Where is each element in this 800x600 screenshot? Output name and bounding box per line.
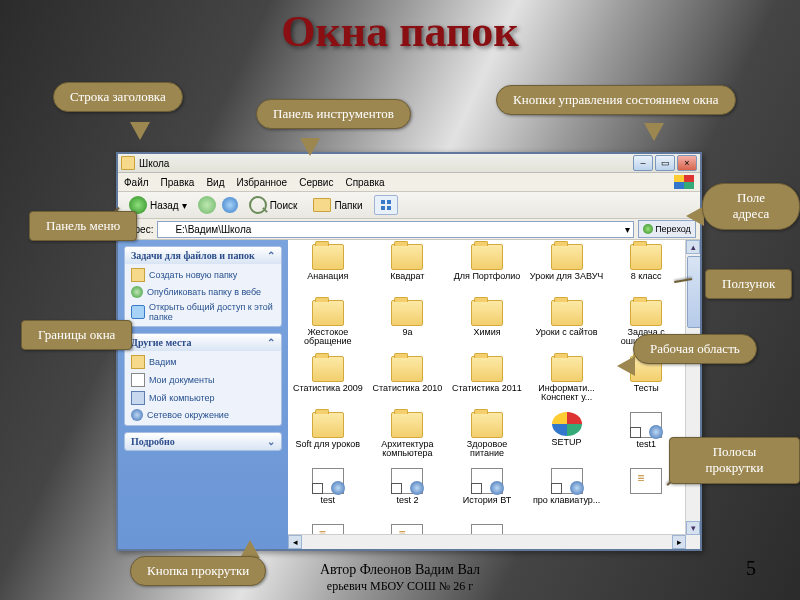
menu-favorites[interactable]: Избранное xyxy=(236,177,287,188)
address-value: E:\Вадим\Школа xyxy=(175,224,251,235)
file-item[interactable]: Ананация xyxy=(290,244,366,281)
net-icon xyxy=(131,409,143,421)
windows-flag-icon xyxy=(674,175,694,189)
folder-icon xyxy=(551,244,583,270)
folder-icon xyxy=(630,244,662,270)
file-item[interactable]: 9а xyxy=(369,300,445,337)
label-addr-field: Поле адреса xyxy=(702,183,800,230)
file-item[interactable]: test 2 xyxy=(369,468,445,505)
file-name: Для Портфолио xyxy=(449,272,525,281)
sidebar-place[interactable]: Сетевое окружение xyxy=(131,409,275,421)
file-item[interactable]: Квадрат xyxy=(369,244,445,281)
panel-tasks-header[interactable]: Задачи для файлов и папок ⌃ xyxy=(125,247,281,264)
search-label: Поиск xyxy=(270,200,298,211)
sidebar-place[interactable]: Мой компьютер xyxy=(131,391,275,405)
file-item[interactable]: Уроки для ЗАВУЧ xyxy=(529,244,605,281)
close-button[interactable]: × xyxy=(677,155,697,171)
file-item[interactable]: 8 класс xyxy=(608,244,684,281)
file-name: 9а xyxy=(369,328,445,337)
file-item[interactable]: Статистика 2011 xyxy=(449,356,525,393)
page-number: 5 xyxy=(746,557,756,580)
scroll-right-button[interactable]: ▸ xyxy=(672,535,686,549)
fld-icon xyxy=(131,355,145,369)
file-item[interactable]: test xyxy=(290,468,366,505)
menu-tools[interactable]: Сервис xyxy=(299,177,333,188)
panel-places: Другие места ⌃ ВадимМои документыМой ком… xyxy=(124,333,282,426)
file-name: Soft для уроков xyxy=(290,440,366,449)
folder-icon xyxy=(312,356,344,382)
file-name: Уроки для ЗАВУЧ xyxy=(529,272,605,281)
scroll-thumb[interactable] xyxy=(687,256,700,328)
file-name: Квадрат xyxy=(369,272,445,281)
file-item[interactable]: Архитектура компьютера xyxy=(369,412,445,459)
panel-details-header[interactable]: Подробно ⌄ xyxy=(125,433,281,450)
folder-icon xyxy=(391,412,423,438)
menu-edit[interactable]: Правка xyxy=(161,177,195,188)
chevron-up-icon: ⌃ xyxy=(267,337,275,348)
file-name: Жестокое обращение xyxy=(290,328,366,347)
file-item[interactable]: Уроки с сайтов xyxy=(529,300,605,337)
file-name: История ВТ xyxy=(449,496,525,505)
sidebar-place[interactable]: Мои документы xyxy=(131,373,275,387)
file-item[interactable]: про клавиатур... xyxy=(529,468,605,505)
file-item[interactable]: Информати... Конспект у... xyxy=(529,356,605,403)
scroll-down-button[interactable]: ▾ xyxy=(686,521,700,535)
file-item[interactable]: Статистика 2009 xyxy=(290,356,366,393)
address-field[interactable]: E:\Вадим\Школа ▾ xyxy=(157,221,634,238)
folder-icon xyxy=(471,300,503,326)
folders-button[interactable]: Папки xyxy=(308,196,367,214)
search-button[interactable]: Поиск xyxy=(244,194,303,216)
sidebar-task[interactable]: Создать новую папку xyxy=(131,268,275,282)
file-name: Здоровое питание xyxy=(449,440,525,459)
file-item[interactable]: SETUP xyxy=(529,412,605,447)
file-item[interactable]: Статистика 2010 xyxy=(369,356,445,393)
scroll-up-button[interactable]: ▴ xyxy=(686,240,700,254)
sidebar-place[interactable]: Вадим xyxy=(131,355,275,369)
titlebar[interactable]: Школа – ▭ × xyxy=(118,154,700,173)
label-toolbar: Панель инструментов xyxy=(256,99,411,129)
file-item[interactable]: Soft для уроков xyxy=(290,412,366,449)
new-icon xyxy=(131,268,145,282)
dropdown-icon[interactable]: ▾ xyxy=(625,224,630,235)
minimize-button[interactable]: – xyxy=(633,155,653,171)
shortcut-icon xyxy=(471,468,503,494)
tail-caption xyxy=(644,123,664,141)
sidebar-task[interactable]: Опубликовать папку в вебе xyxy=(131,286,275,298)
file-name: Информати... Конспект у... xyxy=(529,384,605,403)
file-name: Химия xyxy=(449,328,525,337)
slide-background: Окна папок Строка заголовка Панель инстр… xyxy=(0,0,800,600)
content-area[interactable]: АнанацияКвадратДля ПортфолиоУроки для ЗА… xyxy=(288,240,700,549)
views-button[interactable] xyxy=(374,195,398,215)
forward-button[interactable] xyxy=(198,196,216,214)
file-item[interactable]: История ВТ xyxy=(449,468,525,505)
folder-icon xyxy=(630,300,662,326)
file-item[interactable]: Для Портфолио xyxy=(449,244,525,281)
file-item[interactable]: Жестокое обращение xyxy=(290,300,366,347)
vertical-scrollbar[interactable]: ▴ ▾ xyxy=(685,240,700,535)
chevron-up-icon: ⌃ xyxy=(267,250,275,261)
file-name: Ананация xyxy=(290,272,366,281)
label-menubar: Панель меню xyxy=(29,211,137,241)
label-scrollbars: Полосы прокрутки xyxy=(669,437,800,484)
shortcut-icon xyxy=(551,468,583,494)
file-name: Статистика 2011 xyxy=(449,384,525,393)
up-button[interactable] xyxy=(222,197,238,213)
panel-places-header[interactable]: Другие места ⌃ xyxy=(125,334,281,351)
menu-help[interactable]: Справка xyxy=(345,177,384,188)
menubar: Файл Правка Вид Избранное Сервис Справка xyxy=(118,173,700,192)
menu-file[interactable]: Файл xyxy=(124,177,149,188)
sidebar-task[interactable]: Открыть общий доступ к этой папке xyxy=(131,302,275,322)
file-item[interactable]: Химия xyxy=(449,300,525,337)
label-workarea: Рабочая область xyxy=(633,334,757,364)
scroll-left-button[interactable]: ◂ xyxy=(288,535,302,549)
file-name: Тесты xyxy=(608,384,684,393)
folders-label: Папки xyxy=(334,200,362,211)
horizontal-scrollbar[interactable]: ◂ ▸ xyxy=(288,534,686,549)
menu-view[interactable]: Вид xyxy=(206,177,224,188)
file-name: SETUP xyxy=(529,438,605,447)
folder-icon xyxy=(312,244,344,270)
toolbar: Назад ▾ Поиск Папки xyxy=(118,192,700,219)
shortcut-icon xyxy=(312,468,344,494)
maximize-button[interactable]: ▭ xyxy=(655,155,675,171)
file-item[interactable]: Здоровое питание xyxy=(449,412,525,459)
